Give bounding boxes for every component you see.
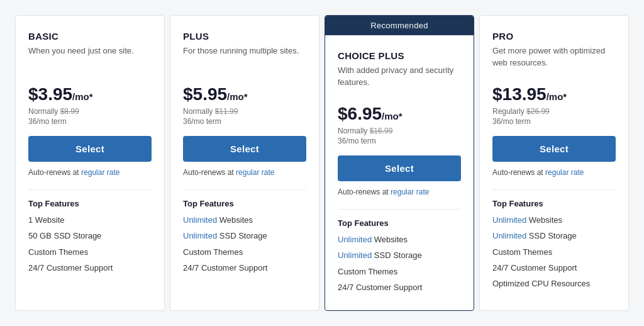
recommended-badge: Recommended bbox=[325, 16, 474, 35]
top-features-label-pro: Top Features bbox=[492, 199, 616, 208]
feature-item-pro-2: Custom Themes bbox=[492, 247, 616, 258]
regular-rate-link-plus[interactable]: regular rate bbox=[236, 168, 274, 177]
divider-plus bbox=[183, 189, 306, 190]
feature-highlight-pro-0: Unlimited bbox=[492, 215, 529, 225]
select-button-choice-plus[interactable]: Select bbox=[338, 155, 461, 181]
price-normal-plus: Normally $11.99 bbox=[183, 107, 306, 116]
feature-item-choice-plus-2: Custom Themes bbox=[338, 266, 461, 278]
plan-card-choice-plus: RecommendedCHOICE PLUSWith added privacy… bbox=[325, 15, 474, 311]
feature-highlight-pro-1: Unlimited bbox=[492, 231, 529, 240]
top-features-label-plus: Top Features bbox=[183, 199, 306, 208]
feature-highlight-plus-0: Unlimited bbox=[183, 215, 219, 225]
feature-highlight-plus-1: Unlimited bbox=[183, 231, 219, 240]
auto-renew-plus: Auto-renews at regular rate bbox=[183, 168, 306, 177]
feature-item-basic-0: 1 Website bbox=[28, 215, 152, 226]
price-main-plus: $5.95/mo* bbox=[183, 84, 306, 104]
price-term-plus: 36/mo term bbox=[183, 117, 306, 126]
feature-item-plus-3: 24/7 Customer Support bbox=[183, 262, 306, 274]
feature-item-choice-plus-3: 24/7 Customer Support bbox=[338, 282, 461, 293]
price-normal-choice-plus: Normally $16.99 bbox=[338, 126, 461, 135]
divider-choice-plus bbox=[338, 209, 461, 210]
feature-item-plus-1: Unlimited SSD Storage bbox=[183, 230, 306, 242]
plan-name-pro: PRO bbox=[492, 31, 616, 42]
feature-highlight-choice-plus-0: Unlimited bbox=[338, 235, 374, 244]
plan-name-choice-plus: CHOICE PLUS bbox=[338, 50, 461, 61]
feature-item-pro-1: Unlimited SSD Storage bbox=[492, 230, 616, 242]
price-term-basic: 36/mo term bbox=[28, 117, 152, 126]
top-features-label-choice-plus: Top Features bbox=[338, 218, 461, 228]
select-button-pro[interactable]: Select bbox=[492, 136, 616, 162]
price-normal-pro: Regularly $26.99 bbox=[492, 107, 616, 116]
feature-item-plus-2: Custom Themes bbox=[183, 247, 306, 258]
price-main-pro: $13.95/mo* bbox=[492, 84, 616, 104]
divider-basic bbox=[28, 189, 152, 190]
feature-item-choice-plus-0: Unlimited Websites bbox=[338, 234, 461, 245]
feature-item-pro-3: 24/7 Customer Support bbox=[492, 262, 616, 274]
plan-desc-pro: Get more power with optimized web resour… bbox=[492, 45, 616, 73]
auto-renew-basic: Auto-renews at regular rate bbox=[28, 168, 152, 177]
price-normal-basic: Normally $8.99 bbox=[28, 107, 152, 116]
price-term-choice-plus: 36/mo term bbox=[338, 137, 461, 145]
auto-renew-choice-plus: Auto-renews at regular rate bbox=[338, 188, 461, 196]
regular-rate-link-basic[interactable]: regular rate bbox=[81, 168, 119, 177]
feature-item-basic-3: 24/7 Customer Support bbox=[28, 262, 152, 274]
feature-item-choice-plus-1: Unlimited SSD Storage bbox=[338, 250, 461, 261]
price-main-basic: $3.95/mo* bbox=[28, 84, 152, 104]
feature-item-pro-4: Optimized CPU Resources bbox=[492, 278, 616, 289]
select-button-plus[interactable]: Select bbox=[183, 136, 306, 162]
plan-name-plus: PLUS bbox=[183, 31, 306, 42]
plan-name-basic: BASIC bbox=[28, 31, 152, 42]
plan-desc-basic: When you need just one site. bbox=[28, 45, 152, 73]
feature-item-basic-1: 50 GB SSD Storage bbox=[28, 230, 152, 242]
pricing-container: BASICWhen you need just one site.$3.95/m… bbox=[13, 15, 631, 311]
divider-pro bbox=[492, 189, 616, 190]
feature-item-plus-0: Unlimited Websites bbox=[183, 215, 306, 226]
price-main-choice-plus: $6.95/mo* bbox=[338, 104, 461, 124]
regular-rate-link-choice-plus[interactable]: regular rate bbox=[391, 188, 429, 196]
top-features-label-basic: Top Features bbox=[28, 199, 152, 208]
plan-desc-plus: For those running multiple sites. bbox=[183, 45, 306, 73]
plan-desc-choice-plus: With added privacy and security features… bbox=[338, 65, 461, 93]
regular-rate-link-pro[interactable]: regular rate bbox=[545, 168, 584, 177]
plan-card-plus: PLUSFor those running multiple sites.$5.… bbox=[170, 15, 319, 311]
price-term-pro: 36/mo term bbox=[492, 117, 616, 126]
feature-highlight-choice-plus-1: Unlimited bbox=[338, 250, 374, 260]
select-button-basic[interactable]: Select bbox=[28, 136, 152, 162]
feature-item-pro-0: Unlimited Websites bbox=[492, 215, 616, 226]
plan-card-basic: BASICWhen you need just one site.$3.95/m… bbox=[15, 15, 165, 311]
auto-renew-pro: Auto-renews at regular rate bbox=[492, 168, 616, 177]
plan-card-pro: PROGet more power with optimized web res… bbox=[479, 15, 629, 311]
feature-item-basic-2: Custom Themes bbox=[28, 247, 152, 258]
